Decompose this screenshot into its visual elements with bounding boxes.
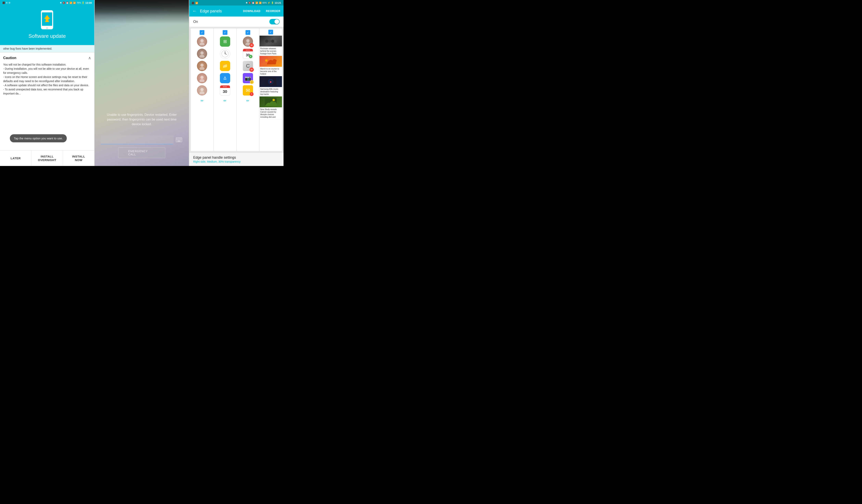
svg-rect-6	[177, 138, 177, 139]
signal-icon-3: 📶	[195, 2, 198, 4]
on-label: On	[193, 20, 198, 24]
news-text-cancer: New Study reveals Cancer caused by lifes…	[260, 107, 282, 119]
download-button[interactable]: DOWNLOAD	[243, 10, 261, 13]
update-title: Software update	[28, 33, 66, 39]
back-button[interactable]: ←	[192, 9, 197, 14]
caution-collapse-icon[interactable]: ∧	[88, 55, 91, 60]
clock-icon[interactable]	[220, 49, 230, 59]
col1-checkbox[interactable]: ✓	[192, 30, 212, 35]
col1-edit-row: ✏	[192, 98, 212, 103]
charging-icon-3: ⚡	[267, 2, 270, 4]
news-img-milk: ▶	[260, 76, 282, 87]
news-panel-col: ✓ Rockstar releases behind the scenes fo…	[260, 28, 282, 151]
emergency-call-button[interactable]: EMERGENCY CALL	[118, 147, 165, 158]
bug-fixes-bar: other bug fixes have been implemented.	[0, 45, 94, 52]
screen-icon-3: ⬛	[192, 2, 194, 4]
update-header: Software update	[0, 5, 94, 45]
svg-rect-7	[178, 138, 178, 139]
col2-checkbox[interactable]: ✓	[214, 30, 235, 35]
mail-widget[interactable]: ✉ !	[243, 85, 253, 95]
svg-point-2	[46, 27, 48, 29]
cal-add-header: MON	[243, 49, 253, 51]
svg-rect-15	[181, 140, 181, 140]
news-text-weather: March is on course to become one of the …	[260, 67, 282, 76]
later-button[interactable]: LATER	[0, 150, 31, 166]
status-icons-left: ⬛ ⬇ ⚙	[2, 2, 11, 4]
news-img-cancer	[260, 96, 282, 107]
svg-point-21	[200, 64, 204, 67]
svg-rect-12	[178, 140, 178, 140]
news-text-milk: Samsung Milk music destination featuring…	[260, 87, 282, 96]
calendar-widget[interactable]: MON 30	[220, 85, 230, 95]
svg-point-19	[200, 51, 204, 54]
status-bar-1: ⬛ ⬇ ⚙ ✱ 🔇 ⏰ 📶 📶 76% 🔋 13:00	[0, 0, 94, 5]
edge-panels-title: Edge panels	[200, 9, 240, 13]
reorder-button[interactable]: REORDER	[266, 10, 280, 13]
svg-rect-13	[179, 140, 179, 140]
edge-handle-subtitle: Right side, Medium, 30% transparency	[193, 160, 279, 163]
status-bar-3: ⬛ 📶 ✱ 🔇 ⏰ 📶 📶 66% ⚡ 🔋 13:21	[189, 0, 284, 5]
caution-title: Caution	[3, 56, 16, 60]
calculator-icon[interactable]: ⊞	[220, 37, 230, 47]
phone-download-icon	[39, 10, 55, 31]
col4-check-icon: ✓	[269, 30, 273, 35]
contact-c[interactable]: C ✉	[243, 61, 253, 71]
tasks-panel-col: ✓ ✉ MON 30 + C ✉	[237, 28, 259, 151]
news-item-weather[interactable]: March is on course to become one of the …	[260, 56, 282, 76]
edge-handle-section: Edge panel handle settings Right side, M…	[189, 152, 284, 166]
col4-checkbox[interactable]: ✓	[260, 28, 282, 36]
install-overnight-button[interactable]: INSTALL OVERNIGHT	[31, 150, 63, 166]
svg-point-35	[271, 40, 274, 43]
folder-icon[interactable]: 📁	[220, 61, 230, 71]
contact-with-mail[interactable]: ✉	[243, 37, 253, 47]
edge-header: ← Edge panels DOWNLOAD REORDER	[189, 5, 284, 16]
edge-handle-title[interactable]: Edge panel handle settings	[193, 156, 279, 160]
news-item-milk[interactable]: ▶ Samsung Milk music destination featuri…	[260, 76, 282, 96]
delta-icon[interactable]: Δ	[220, 73, 230, 83]
avatar-3[interactable]	[197, 61, 207, 71]
col1-edit-pencil-icon[interactable]: ✏	[201, 98, 204, 103]
caution-header: Caution ∧	[3, 55, 91, 60]
svg-rect-16	[178, 141, 181, 141]
status-time-1: 13:00	[85, 1, 92, 4]
svg-text:▶: ▶	[270, 80, 272, 83]
install-now-button[interactable]: INSTALL NOW	[63, 150, 94, 166]
contact-c-mail-badge: ✉	[249, 67, 254, 72]
status-time-3: 13:21	[275, 1, 281, 4]
col3-edit-pencil-icon[interactable]: ✏	[246, 98, 249, 103]
svg-point-33	[265, 40, 269, 43]
apps-panel-col: ✓ ⊞ 📁 Δ	[214, 28, 236, 151]
tooltip-bubble: Tap the menu option you want to use.	[10, 134, 67, 142]
col3-checkbox[interactable]: ✓	[237, 30, 258, 35]
svg-rect-10	[181, 138, 181, 139]
news-item-cancer[interactable]: New Study reveals Cancer caused by lifes…	[260, 96, 282, 119]
software-update-panel: ⬛ ⬇ ⚙ ✱ 🔇 ⏰ 📶 📶 76% 🔋 13:00	[0, 0, 94, 166]
battery-text-3: 66%	[262, 2, 267, 4]
avatar-2[interactable]	[197, 49, 207, 59]
password-field[interactable]	[101, 135, 174, 144]
news-item-rockstar[interactable]: Rockstar releases behind the scenes foot…	[260, 36, 282, 56]
svg-point-17	[200, 39, 204, 42]
svg-point-36	[274, 40, 277, 43]
battery-icon: 🔋	[82, 2, 84, 4]
password-input-area	[101, 135, 183, 144]
avatar-4[interactable]	[197, 73, 207, 83]
keyboard-icon[interactable]	[175, 136, 183, 144]
calendar-add-widget[interactable]: MON 30 +	[243, 49, 253, 59]
alarm-icon-3: ⏰	[252, 2, 254, 4]
camera-smiley[interactable]: 📷 😊	[243, 73, 253, 83]
col2-check-icon: ✓	[223, 30, 227, 35]
svg-point-34	[268, 40, 271, 43]
signal-icon-3b: 📶	[259, 2, 262, 4]
svg-point-26	[199, 91, 205, 94]
col3-edit-row: ✏	[237, 98, 258, 103]
avatar-5[interactable]	[197, 85, 207, 95]
svg-rect-11	[177, 140, 177, 140]
news-text-rockstar: Rockstar releases behind the scenes foot…	[260, 47, 282, 56]
toggle-knob	[274, 19, 279, 24]
avatar-1[interactable]	[197, 37, 207, 47]
status-right-3: ✱ 🔇 ⏰ 📶 📶 66% ⚡ 🔋 13:21	[246, 1, 281, 4]
edge-panels-toggle[interactable]	[269, 19, 279, 24]
col1-check-icon: ✓	[200, 30, 204, 35]
col2-edit-pencil-icon[interactable]: ✏	[223, 98, 226, 103]
